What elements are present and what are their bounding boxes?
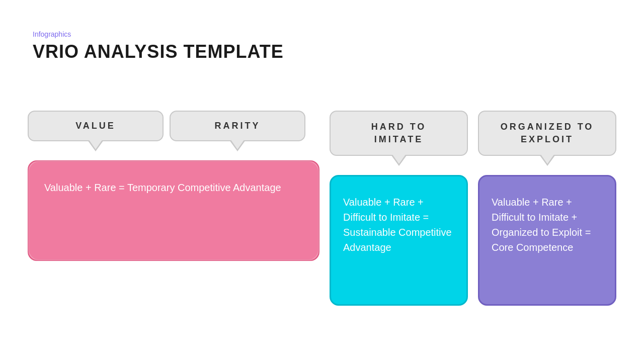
right-panels: HARD TO IMITATE Valuable + Rare + Diffic… bbox=[330, 111, 616, 306]
page-title: VRIO ANALYSIS TEMPLATE bbox=[33, 41, 284, 62]
value-rarity-content: Valuable + Rare = Temporary Competitive … bbox=[28, 160, 319, 261]
organized-bubble: ORGANIZED TO EXPLOIT bbox=[478, 111, 616, 156]
value-bubble: VALUE bbox=[28, 111, 164, 141]
rarity-bubble: RARITY bbox=[170, 111, 305, 141]
organized-label: ORGANIZED TO EXPLOIT bbox=[501, 121, 594, 146]
organized-content: Valuable + Rare + Difficult to Imitate +… bbox=[478, 175, 616, 306]
rarity-label: RARITY bbox=[215, 121, 261, 131]
hard-to-imitate-text: Valuable + Rare + Difficult to Imitate =… bbox=[343, 195, 454, 255]
value-label: VALUE bbox=[75, 121, 116, 131]
organized-text: Valuable + Rare + Difficult to Imitate +… bbox=[492, 195, 603, 255]
hard-to-imitate-label: HARD TO IMITATE bbox=[371, 121, 427, 146]
hard-to-imitate-bubble: HARD TO IMITATE bbox=[330, 111, 468, 156]
hard-to-imitate-card: HARD TO IMITATE Valuable + Rare + Diffic… bbox=[330, 111, 468, 306]
category-label: Infographics bbox=[33, 30, 284, 38]
hard-to-imitate-content: Valuable + Rare + Difficult to Imitate =… bbox=[330, 175, 468, 306]
left-panel: VALUE RARITY Valuable + Rare = Temporary… bbox=[28, 111, 319, 261]
organized-card: ORGANIZED TO EXPLOIT Valuable + Rare + D… bbox=[478, 111, 616, 306]
value-rarity-text: Valuable + Rare = Temporary Competitive … bbox=[44, 180, 303, 195]
